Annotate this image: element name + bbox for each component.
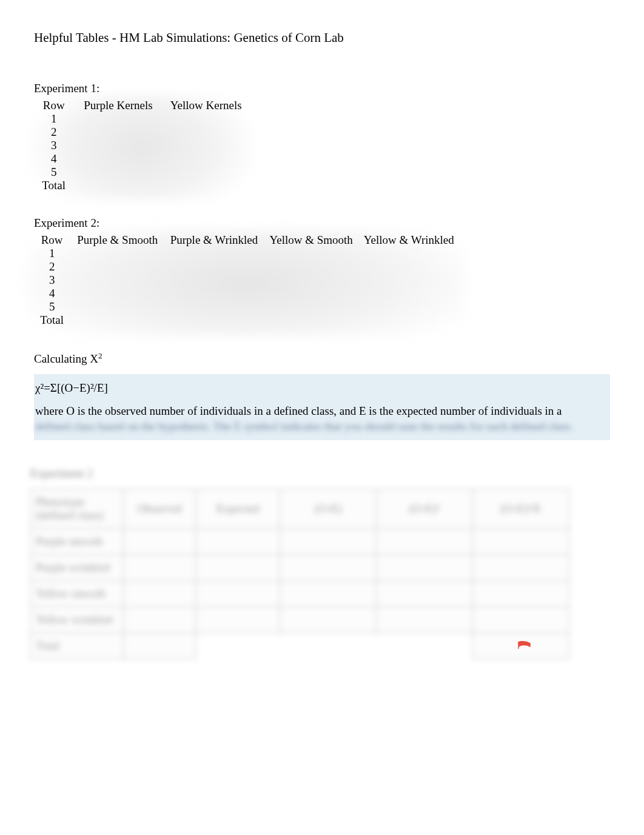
exp2-header-purple-smooth: Purple & Smooth — [70, 233, 165, 247]
exp2-cell — [165, 247, 263, 260]
exp1-row-1: 1 — [34, 112, 73, 126]
exp2-cell — [70, 273, 165, 287]
chi-cell — [196, 581, 280, 607]
explain-blurred-line: defined class based on the hypothesis. T… — [35, 420, 573, 433]
exp1-row-5: 5 — [34, 166, 73, 179]
exp2-cell — [360, 287, 458, 300]
experiment-1-label: Experiment 1: — [34, 82, 610, 95]
exp2-cell — [165, 314, 263, 327]
chi-cell — [196, 607, 280, 633]
exp1-header-purple: Purple Kernels — [73, 99, 163, 112]
chi-header-oe2: (O-E)² — [377, 489, 473, 529]
chi-row-label: Total — [31, 633, 124, 659]
exp2-header-row: Row — [34, 233, 70, 247]
exp2-row-4: 4 — [34, 287, 70, 300]
explain-o: O — [66, 404, 75, 417]
chi-cell — [377, 581, 473, 607]
exp1-row-3: 3 — [34, 139, 73, 152]
chi-cell — [124, 633, 196, 659]
exp2-row-3: 3 — [34, 273, 70, 287]
chi-cell — [196, 555, 280, 581]
exp2-cell — [263, 314, 360, 327]
exp1-cell — [73, 179, 163, 192]
exp1-row-total: Total — [34, 179, 73, 192]
calc-label-sup: 2 — [98, 351, 102, 360]
exp1-cell — [73, 112, 163, 126]
chi-square-table: Phenotype (defined class) Observed Expec… — [30, 489, 569, 659]
exp2-cell — [263, 287, 360, 300]
exp2-cell — [165, 300, 263, 314]
chi-formula: χ²=Σ[(O−E)²/E] — [35, 380, 608, 396]
exp2-cell — [360, 300, 458, 314]
exp2-cell — [70, 300, 165, 314]
chi-cell — [280, 555, 377, 581]
exp1-row-2: 2 — [34, 126, 73, 139]
chi-cell — [280, 529, 377, 555]
exp2-cell — [165, 273, 263, 287]
chi-cell — [280, 607, 377, 633]
chi-header-oe2e: (O-E)²/E — [473, 489, 569, 529]
exp1-header-row: Row — [34, 99, 73, 112]
experiment-2-label: Experiment 2: — [34, 216, 610, 230]
exp2-header-yellow-wrinkled: Yellow & Wrinkled — [360, 233, 458, 247]
calculating-label: Calculating X2 — [34, 351, 610, 366]
chi-row-label: Yellow smooth — [31, 581, 124, 607]
red-flag-icon — [518, 639, 531, 648]
exp2-cell — [165, 287, 263, 300]
exp1-cell — [163, 179, 249, 192]
chi-cell — [124, 555, 196, 581]
exp2-row-5: 5 — [34, 300, 70, 314]
chi-header-oe: (O-E) — [280, 489, 377, 529]
exp2-cell — [263, 260, 360, 273]
chi-cell — [124, 581, 196, 607]
chi-square-table-area: Experiment 2 Phenotype (defined class) O… — [34, 471, 610, 659]
exp1-cell — [73, 126, 163, 139]
exp2-row-total: Total — [34, 314, 70, 327]
chi-section-label: Experiment 2 — [30, 467, 614, 480]
exp2-header-yellow-smooth: Yellow & Smooth — [263, 233, 360, 247]
exp2-cell — [70, 314, 165, 327]
chi-cell — [377, 633, 473, 659]
exp1-cell — [73, 152, 163, 166]
exp2-cell — [70, 247, 165, 260]
explain-where: where — [35, 404, 66, 417]
chi-header-phenotype: Phenotype (defined class) — [31, 489, 124, 529]
exp2-cell — [360, 247, 458, 260]
exp1-cell — [163, 112, 249, 126]
chi-cell — [473, 529, 569, 555]
chi-cell — [473, 607, 569, 633]
chi-row-label: Yellow wrinkled — [31, 607, 124, 633]
chi-row-label: Purple smooth — [31, 529, 124, 555]
chi-cell — [280, 581, 377, 607]
exp1-row-4: 4 — [34, 152, 73, 166]
exp1-cell — [73, 139, 163, 152]
exp1-cell — [73, 166, 163, 179]
chi-header-expected: Expected — [196, 489, 280, 529]
exp2-cell — [70, 260, 165, 273]
chi-cell — [196, 633, 280, 659]
chi-cell — [377, 555, 473, 581]
exp2-cell — [165, 260, 263, 273]
exp2-cell — [360, 314, 458, 327]
exp1-cell — [163, 166, 249, 179]
exp2-header-purple-wrinkled: Purple & Wrinkled — [165, 233, 263, 247]
exp2-cell — [263, 273, 360, 287]
chi-cell — [473, 581, 569, 607]
explain-mid1: is the observed number of individuals in… — [75, 404, 359, 417]
exp1-cell — [163, 139, 249, 152]
chi-cell — [473, 555, 569, 581]
exp1-header-yellow: Yellow Kernels — [163, 99, 249, 112]
exp1-cell — [163, 152, 249, 166]
explain-mid2: is the expected number of individuals in… — [366, 404, 562, 417]
chi-row-label: Purple wrinkled — [31, 555, 124, 581]
chi-header-observed: Observed — [124, 489, 196, 529]
calc-label-text: Calculating X — [34, 352, 98, 365]
exp2-cell — [263, 300, 360, 314]
exp2-cell — [360, 260, 458, 273]
chi-cell — [280, 633, 377, 659]
exp2-row-2: 2 — [34, 260, 70, 273]
chi-cell — [196, 529, 280, 555]
chi-cell — [377, 607, 473, 633]
exp2-cell — [70, 287, 165, 300]
experiment-1-table: Row Purple Kernels Yellow Kernels 1 2 3 … — [34, 99, 249, 192]
